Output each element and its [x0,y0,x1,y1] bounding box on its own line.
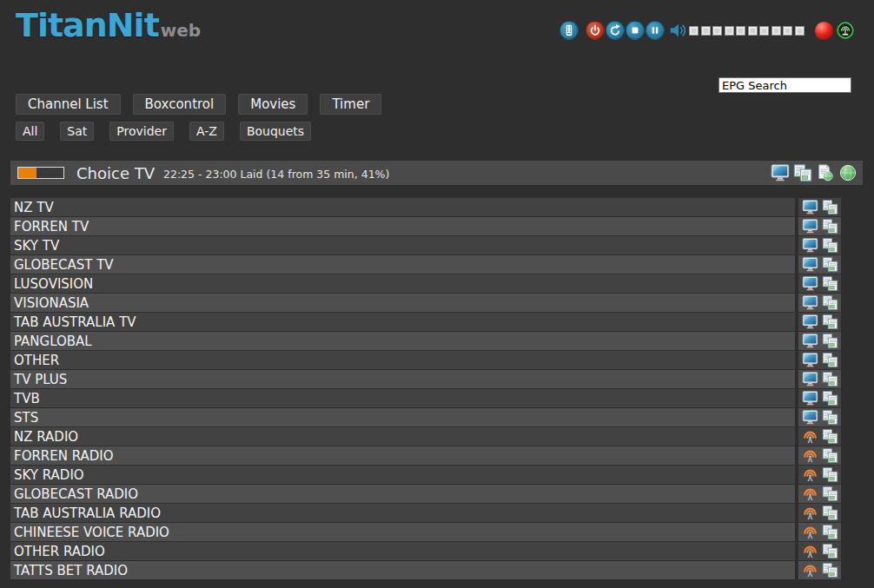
tv-screen-icon[interactable] [802,372,818,386]
tv-screen-icon[interactable] [802,314,818,329]
channel-name-cell[interactable]: TV PLUS [10,370,795,388]
channel-row-chineese-voice-radio: CHINEESE VOICE RADIO [10,523,841,541]
channel-name-cell[interactable]: CHINEESE VOICE RADIO [10,523,795,541]
channel-name-cell[interactable]: STS [10,408,795,426]
stream-page-icon[interactable] [816,164,835,182]
epg-list-icon[interactable] [822,505,838,520]
tv-screen-icon[interactable] [802,200,818,215]
epg-list-icon[interactable] [822,295,838,310]
pause-icon[interactable] [646,21,665,40]
volume-segment[interactable] [771,26,781,36]
filter-sat[interactable]: Sat [60,122,94,141]
remote-control-icon[interactable] [559,21,579,40]
tv-screen-icon[interactable] [802,276,818,291]
volume-segment[interactable] [689,26,699,36]
channel-name-cell[interactable]: SKY RADIO [10,466,795,484]
tv-screen-icon[interactable] [802,238,818,253]
epg-list-icon[interactable] [793,164,812,182]
tv-screen-icon[interactable] [802,295,818,310]
radio-broadcast-icon[interactable] [802,544,818,558]
channel-name-cell[interactable]: GLOBECAST TV [10,255,795,274]
channel-name-cell[interactable]: TAB AUSTRALIA TV [10,313,795,331]
tv-screen-icon[interactable] [802,219,818,234]
epg-list-icon[interactable] [822,334,838,348]
channel-row-tvb: TVB [10,389,841,407]
epg-list-icon[interactable] [822,276,838,291]
nav-timer[interactable]: Timer [320,94,381,115]
standby-antenna-icon[interactable] [836,21,855,40]
epg-list-icon[interactable] [822,391,838,406]
refresh-icon[interactable] [606,21,625,40]
nav-boxcontrol[interactable]: Boxcontrol [133,94,227,115]
channel-name-cell[interactable]: TAB AUSTRALIA RADIO [10,504,795,522]
nav-movies[interactable]: Movies [238,94,308,115]
epg-list-icon[interactable] [822,525,838,539]
radio-broadcast-icon[interactable] [802,467,818,482]
channel-name-cell[interactable]: OTHER [10,351,795,369]
epg-list-icon[interactable] [822,219,838,234]
filter-nav: AllSatProviderA-ZBouquets [16,122,311,141]
epg-list-icon[interactable] [822,429,838,444]
filter-a-z[interactable]: A-Z [189,122,224,141]
filter-provider[interactable]: Provider [109,122,174,141]
epg-list-icon[interactable] [822,353,838,367]
volume-icon[interactable] [668,21,687,40]
volume-segment[interactable] [759,26,769,36]
radio-broadcast-icon[interactable] [802,429,818,444]
volume-segment[interactable] [795,26,804,36]
tv-screen-icon[interactable] [802,410,818,425]
record-ball-icon[interactable] [815,22,833,40]
volume-segment[interactable] [725,26,734,36]
epg-list-icon[interactable] [822,238,838,253]
channel-name-cell[interactable]: NZ RADIO [10,427,795,446]
channel-name-cell[interactable]: FORREN TV [10,217,795,235]
power-icon[interactable] [586,21,605,40]
nav-channel-list[interactable]: Channel List [16,94,121,115]
epg-list-icon[interactable] [822,314,838,329]
stop-icon[interactable] [626,21,645,40]
web-globe-icon[interactable] [838,164,857,182]
filter-all[interactable]: All [16,122,44,141]
channel-row-lusovision: LUSOVISION [10,274,841,293]
channel-name-cell[interactable]: LUSOVISION [10,274,795,293]
channel-row-nz-radio: NZ RADIO [10,427,841,446]
channel-name-cell[interactable]: GLOBECAST RADIO [10,485,795,503]
epg-search-input[interactable] [718,77,851,93]
volume-segment[interactable] [748,26,758,36]
channel-name-cell[interactable]: FORREN RADIO [10,446,795,465]
channel-name-cell[interactable]: SKY TV [10,236,795,254]
epg-list-icon[interactable] [822,372,838,386]
epg-list-icon[interactable] [822,544,838,558]
volume-segment[interactable] [783,26,792,36]
tv-screen-icon[interactable] [802,391,818,406]
tv-screen-icon[interactable] [802,334,818,348]
epg-list-icon[interactable] [822,467,838,482]
radio-broadcast-icon[interactable] [802,563,818,578]
channel-row-actions [798,427,841,446]
radio-broadcast-icon[interactable] [802,486,818,501]
epg-list-icon[interactable] [822,410,838,425]
channel-row-actions [798,351,841,369]
channel-name-cell[interactable]: PANGLOBAL [10,332,795,350]
channel-name-cell[interactable]: NZ TV [10,198,795,216]
channel-name-cell[interactable]: VISIONASIA [10,294,795,312]
epg-list-icon[interactable] [822,448,838,463]
tv-screen-icon[interactable] [802,257,818,272]
channel-name-cell[interactable]: TVB [10,389,795,407]
channel-name-cell[interactable]: TATTS BET RADIO [10,561,795,579]
epg-list-icon[interactable] [822,486,838,501]
tv-screen-icon[interactable] [771,164,790,182]
volume-segment[interactable] [701,26,711,36]
radio-broadcast-icon[interactable] [802,525,818,539]
tv-screen-icon[interactable] [802,353,818,367]
epg-list-icon[interactable] [822,563,838,578]
channel-name-cell[interactable]: OTHER RADIO [10,542,795,560]
epg-list-icon[interactable] [822,200,838,215]
radio-broadcast-icon[interactable] [802,448,818,463]
volume-segment[interactable] [736,26,745,36]
epg-list-icon[interactable] [822,257,838,272]
filter-bouquets[interactable]: Bouquets [240,122,311,141]
radio-broadcast-icon[interactable] [802,505,818,520]
volume-segment[interactable] [712,26,722,36]
channel-row-actions [798,255,841,274]
